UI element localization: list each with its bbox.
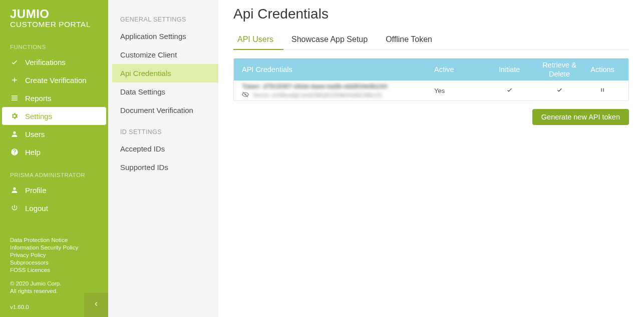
subnav-item-customize-client[interactable]: Customize Client (108, 46, 218, 64)
link-data-protection[interactable]: Data Protection Notice (10, 236, 98, 244)
subnav-item-accepted-ids[interactable]: Accepted IDs (108, 140, 218, 158)
brand-title: JUMIO (10, 7, 98, 21)
legal-line-1: © 2020 Jumio Corp. (10, 280, 98, 288)
subnav-item-application-settings[interactable]: Application Settings (108, 27, 218, 46)
secret-row: Secret: smWkzqfgCambOMQA23S9khHa8bCMbz1S (242, 91, 434, 100)
link-info-security[interactable]: Information Security Policy (10, 244, 98, 252)
list-icon (10, 94, 19, 102)
th-credentials: API Credentials (234, 66, 434, 74)
tab-api-users[interactable]: API Users (233, 31, 283, 50)
sidebar-item-verifications[interactable]: Verifications (0, 53, 108, 71)
footer-legal: © 2020 Jumio Corp. All rights reserved. (0, 274, 108, 295)
subnav-section-general: GENERAL SETTINGS (108, 7, 218, 27)
brand-block: JUMIO CUSTOMER PORTAL (0, 0, 108, 33)
sidebar-item-label: Help (25, 148, 41, 156)
primary-sidebar: JUMIO CUSTOMER PORTAL FUNCTIONS Verifica… (0, 0, 108, 317)
token-value: Token: d7919387-d4dd-4aee-ba9b-ddd934e8b… (242, 82, 434, 91)
brand-subtitle: CUSTOMER PORTAL (10, 20, 98, 29)
sidebar-item-label: Profile (25, 186, 47, 194)
table-header-row: API Credentials Active Initiate Retrieve… (234, 58, 628, 80)
power-icon (10, 204, 19, 212)
sidebar-item-create-verification[interactable]: Create Verification (0, 71, 108, 89)
link-privacy-policy[interactable]: Privacy Policy (10, 252, 98, 259)
chevron-left-icon (92, 300, 100, 310)
sidebar-item-profile[interactable]: Profile (0, 181, 108, 199)
sidebar-item-label: Users (25, 130, 45, 138)
eye-off-icon[interactable] (242, 91, 249, 100)
generate-button-row: Generate new API token (233, 109, 629, 125)
th-retrieve-delete: Retrieve & Delete (534, 60, 584, 78)
collapse-sidebar-button[interactable] (84, 293, 108, 317)
check-icon (506, 87, 513, 94)
user-icon (10, 130, 19, 138)
footer-links: Data Protection Notice Information Secur… (0, 236, 108, 274)
table-row: Token: d7919387-d4dd-4aee-ba9b-ddd934e8b… (234, 80, 628, 100)
settings-subnav: GENERAL SETTINGS Application Settings Cu… (108, 0, 218, 317)
api-credentials-table: API Credentials Active Initiate Retrieve… (233, 58, 629, 101)
page-title: Api Credentials (233, 6, 629, 22)
generate-api-token-button[interactable]: Generate new API token (532, 109, 629, 125)
profile-icon (10, 186, 19, 194)
help-icon (10, 148, 19, 156)
subnav-item-supported-ids[interactable]: Supported IDs (108, 158, 218, 176)
sidebar-item-label: Settings (25, 112, 52, 120)
sidebar-item-label: Logout (25, 204, 48, 212)
main-content: Api Credentials API Users Showcase App S… (218, 0, 644, 317)
th-initiate: Initiate (484, 66, 534, 74)
subnav-item-api-credentials[interactable]: Api Credentials (112, 64, 218, 82)
th-active: Active (434, 66, 484, 74)
cell-credentials: Token: d7919387-d4dd-4aee-ba9b-ddd934e8b… (234, 82, 434, 100)
link-subprocessors[interactable]: Subprocessors (10, 259, 98, 266)
gear-icon (10, 112, 19, 120)
cell-actions (584, 87, 628, 94)
pause-icon[interactable] (599, 87, 605, 94)
cell-retrieve-delete (534, 86, 584, 95)
check-icon (556, 87, 563, 94)
tab-showcase-app-setup[interactable]: Showcase App Setup (287, 31, 378, 50)
subnav-item-data-settings[interactable]: Data Settings (108, 82, 218, 101)
sidebar-section-functions: FUNCTIONS (0, 33, 108, 53)
plus-icon (10, 76, 19, 84)
th-actions: Actions (584, 66, 628, 74)
sidebar-item-reports[interactable]: Reports (0, 89, 108, 107)
sidebar-section-admin: PRISMA ADMINISTRATOR (0, 161, 108, 181)
sidebar-item-settings[interactable]: Settings (2, 107, 106, 125)
sidebar-item-label: Verifications (25, 58, 66, 66)
check-icon (10, 58, 19, 66)
subnav-item-document-verification[interactable]: Document Verification (108, 101, 218, 120)
secret-value: Secret: smWkzqfgCambOMQA23S9khHa8bCMbz1S (253, 92, 382, 98)
sidebar-item-users[interactable]: Users (0, 125, 108, 143)
sidebar-item-label: Create Verification (25, 76, 87, 84)
cell-active: Yes (434, 87, 484, 94)
link-foss-licences[interactable]: FOSS Licences (10, 266, 98, 274)
subnav-section-id: ID SETTINGS (108, 120, 218, 140)
sidebar-item-help[interactable]: Help (0, 143, 108, 161)
tab-offline-token[interactable]: Offline Token (382, 31, 442, 50)
sidebar-item-label: Reports (25, 94, 52, 102)
sidebar-item-logout[interactable]: Logout (0, 199, 108, 217)
cell-initiate (484, 86, 534, 94)
tabs: API Users Showcase App Setup Offline Tok… (233, 31, 629, 50)
